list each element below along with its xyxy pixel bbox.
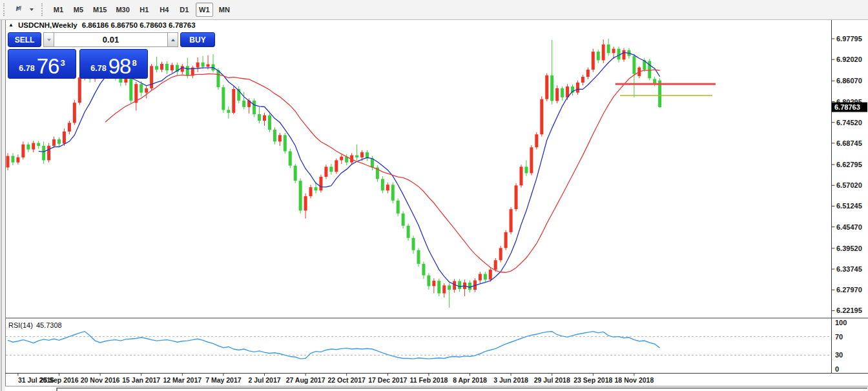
candle-body	[510, 209, 513, 232]
candle-body	[550, 75, 553, 101]
price-axis-label: 6.51245	[836, 202, 862, 210]
timeframe-button-h4[interactable]: H4	[156, 3, 173, 17]
candle-body	[555, 88, 559, 101]
price-axis-label: 6.68745	[836, 139, 862, 147]
candle-body	[170, 65, 174, 70]
candle-body	[232, 89, 235, 113]
date-axis-label: 18 Nov 2018	[615, 376, 654, 384]
price-axis-label: 6.33745	[836, 265, 862, 273]
volume-decrease-button[interactable]	[43, 32, 54, 47]
sell-button[interactable]: SELL	[8, 32, 41, 47]
candle-body	[68, 123, 71, 131]
candle-body	[145, 88, 148, 93]
candle-body	[42, 146, 45, 160]
candle-body	[32, 143, 35, 150]
candle-body	[202, 63, 205, 67]
buy-price-display[interactable]: 6.78988	[79, 49, 148, 79]
buy-button[interactable]: BUY	[180, 32, 215, 47]
candle-body	[329, 166, 333, 172]
date-axis-label: 7 May 2017	[205, 376, 242, 384]
candle-body	[52, 139, 56, 146]
candle-body	[535, 134, 538, 147]
candle-body	[78, 77, 81, 103]
spinner-down-icon	[47, 39, 51, 41]
candle-body	[186, 66, 189, 75]
candle-body	[442, 285, 446, 293]
candle-body	[129, 75, 132, 101]
toolbar-grip[interactable]	[41, 3, 43, 16]
timeframe-button-m30[interactable]: M30	[112, 3, 132, 17]
timeframe-button-h1[interactable]: H1	[136, 3, 153, 17]
timeframe-button-d1[interactable]: D1	[176, 3, 193, 17]
buy-price-prefix: 6.78	[90, 64, 106, 73]
candle-body	[391, 185, 395, 201]
candle-body	[407, 226, 410, 238]
chart-title: ▲ USDCNH,Weekly 6.86186 6.86750 6.78603 …	[8, 21, 196, 29]
volume-increase-button[interactable]	[167, 32, 178, 47]
date-axis-label: 12 Mar 2017	[163, 376, 202, 384]
price-axis-label: 6.97795	[836, 35, 862, 43]
candle-body	[540, 99, 543, 135]
buy-price-pipette: 8	[132, 58, 136, 68]
candle-body	[26, 145, 30, 150]
candle-body	[371, 159, 374, 168]
date-axis-label: 23 Sep 2018	[574, 376, 612, 384]
candle-body	[468, 283, 471, 290]
price-axis-label: 6.74520	[836, 119, 862, 126]
timeframe-toolbar: M1M5M15M30H1H4D1W1MN	[48, 3, 234, 17]
candle-body	[381, 179, 384, 190]
buy-sell-arrows-icon[interactable]	[12, 3, 25, 16]
candle-body	[515, 185, 518, 209]
rsi-indicator-title: RSI(14) 45.7308	[8, 321, 62, 329]
toolbar-grip[interactable]	[3, 3, 5, 16]
volume-input[interactable]	[54, 32, 167, 47]
candle-body	[586, 70, 590, 77]
rsi-value: 45.7308	[36, 321, 62, 329]
candle-body	[561, 88, 564, 97]
timeframe-button-m1[interactable]: M1	[50, 3, 67, 17]
candle-body	[448, 285, 451, 290]
sell-price-big-digits: 76	[37, 57, 59, 76]
sell-price-display[interactable]: 6.78763	[8, 49, 76, 79]
candle-body	[155, 66, 158, 70]
candle-body	[545, 75, 548, 99]
candle-body	[263, 115, 266, 121]
candle-body	[6, 156, 10, 168]
candle-body	[222, 87, 225, 110]
candle-body	[207, 65, 210, 67]
timeframe-button-m5[interactable]: M5	[70, 3, 87, 17]
candle-body	[284, 135, 287, 151]
candle-body	[268, 115, 271, 130]
timeframe-button-m15[interactable]: M15	[90, 3, 110, 17]
spinner-up-icon	[171, 39, 175, 41]
candle-body	[355, 155, 358, 157]
candle-body	[386, 185, 389, 190]
candle-body	[524, 166, 528, 173]
candle-body	[479, 274, 482, 281]
sell-price-prefix: 6.78	[19, 64, 34, 73]
dropdown-caret-icon[interactable]	[30, 8, 34, 11]
ohlc-values: 6.86186 6.86750 6.78603 6.78763	[82, 21, 196, 29]
collapse-arrow-icon[interactable]: ▲	[8, 23, 14, 28]
candle-body	[160, 64, 163, 70]
candle-body	[437, 281, 440, 294]
date-axis-label: 11 Feb 2018	[409, 376, 448, 384]
candle-body	[165, 64, 169, 70]
candle-body	[581, 77, 584, 83]
candle-body	[47, 146, 50, 160]
price-axis-label: 6.62795	[836, 161, 862, 168]
candle-body	[273, 130, 276, 141]
date-axis-label: 22 Oct 2017	[328, 376, 366, 384]
candle-body	[417, 250, 420, 264]
candle-body	[576, 83, 579, 93]
candle-body	[253, 101, 256, 114]
timeframe-button-mn[interactable]: MN	[216, 3, 233, 17]
candle-body	[632, 56, 636, 74]
current-price-value: 6.78763	[834, 103, 860, 111]
candle-body	[612, 49, 615, 54]
timeframe-button-w1[interactable]: W1	[196, 3, 213, 17]
price-axis-label: 6.57020	[836, 181, 862, 189]
order-tools-group[interactable]	[8, 2, 38, 17]
candle-body	[57, 139, 61, 144]
candle-body	[494, 260, 497, 269]
